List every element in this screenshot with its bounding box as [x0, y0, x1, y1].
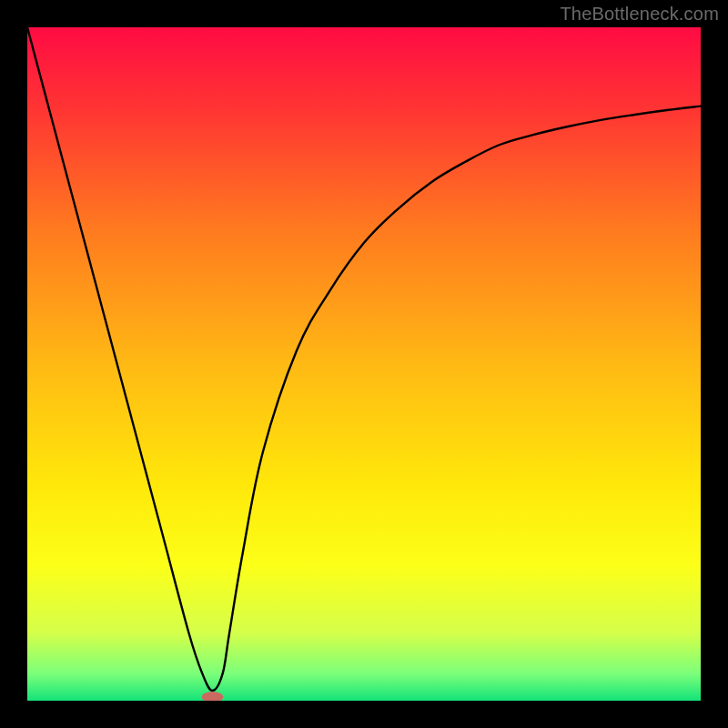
gradient-background — [27, 27, 701, 701]
watermark-text: TheBottleneck.com — [560, 4, 719, 25]
bottleneck-chart — [27, 27, 701, 701]
chart-frame: TheBottleneck.com — [0, 0, 728, 728]
